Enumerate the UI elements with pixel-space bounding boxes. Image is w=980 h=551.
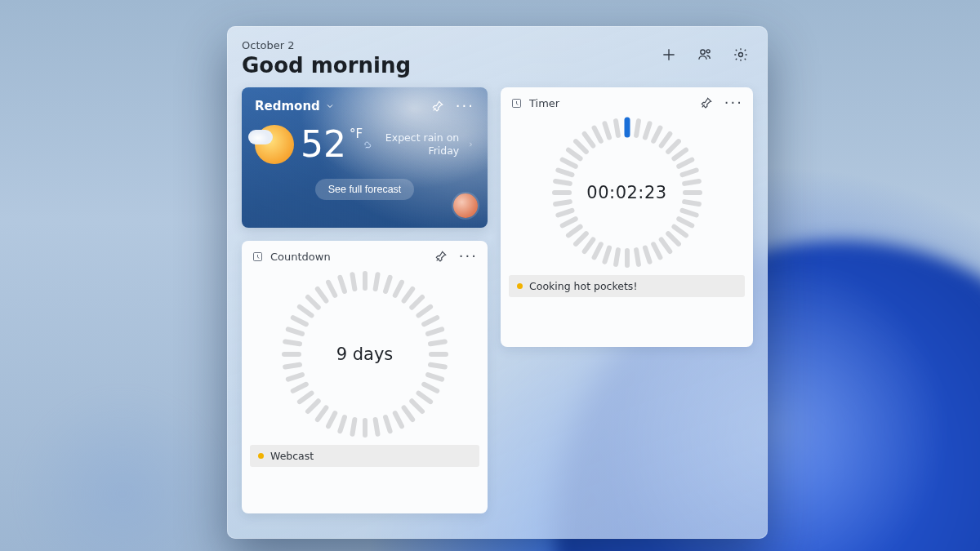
svg-line-60: [668, 233, 679, 244]
weather-temperature: 52: [301, 123, 346, 165]
svg-line-19: [412, 401, 422, 411]
timer-card[interactable]: Timer ··· 00:02:23 Cooking hot pocke: [501, 87, 753, 347]
svg-line-81: [584, 134, 593, 146]
svg-line-51: [674, 150, 686, 159]
countdown-value: 9 days: [336, 344, 394, 364]
settings-button[interactable]: [732, 46, 750, 64]
svg-line-38: [299, 307, 311, 316]
account-button[interactable]: [696, 46, 714, 64]
timer-value: 00:02:23: [586, 183, 666, 202]
svg-line-69: [584, 239, 593, 251]
countdown-title: Countdown: [270, 251, 331, 263]
forecast-hint-text: Expect rain on Friday: [381, 131, 459, 157]
svg-line-32: [287, 375, 301, 380]
chevron-down-icon: [325, 101, 335, 111]
avatar[interactable]: [453, 193, 478, 218]
svg-line-16: [428, 375, 442, 380]
svg-line-25: [352, 420, 354, 434]
svg-line-22: [385, 417, 390, 431]
more-button[interactable]: ···: [456, 99, 474, 113]
svg-line-71: [568, 227, 581, 236]
svg-line-40: [317, 289, 326, 301]
svg-point-0: [701, 50, 705, 54]
svg-line-30: [299, 393, 311, 402]
countdown-banner-text: Webcast: [270, 450, 314, 462]
svg-line-41: [328, 282, 335, 295]
date-line: October 2: [242, 39, 411, 51]
weather-forecast-hint[interactable]: Expect rain on Friday: [363, 131, 474, 157]
timer-banner[interactable]: Cooking hot pockets!: [509, 275, 745, 297]
svg-line-5: [375, 274, 377, 289]
more-button[interactable]: ···: [459, 249, 478, 264]
svg-line-72: [562, 219, 575, 225]
svg-line-9: [412, 297, 422, 308]
status-dot-icon: [258, 453, 264, 459]
gear-icon: [733, 47, 749, 63]
svg-line-63: [644, 248, 649, 262]
svg-line-64: [636, 250, 639, 264]
pin-icon[interactable]: [700, 96, 713, 109]
svg-line-39: [308, 297, 318, 308]
svg-line-28: [317, 408, 326, 420]
svg-line-15: [430, 365, 445, 367]
svg-line-74: [555, 202, 570, 204]
greeting-text: Good morning: [242, 53, 411, 78]
svg-line-73: [558, 211, 572, 216]
chevron-right-icon: [467, 140, 474, 149]
svg-line-17: [424, 384, 437, 391]
svg-line-26: [340, 417, 345, 431]
weather-unit: °F: [350, 127, 363, 141]
svg-line-6: [385, 278, 390, 291]
svg-line-50: [668, 141, 679, 152]
svg-line-59: [674, 227, 686, 236]
people-icon: [697, 47, 713, 63]
widgets-panel: October 2 Good morning: [227, 26, 768, 539]
more-button[interactable]: ···: [724, 96, 743, 110]
timer-banner-text: Cooking hot pockets!: [529, 280, 637, 292]
svg-line-7: [394, 282, 401, 295]
svg-line-57: [682, 211, 696, 216]
svg-line-36: [287, 329, 301, 334]
weather-card[interactable]: Redmond ··· 52°F: [242, 87, 488, 228]
svg-line-70: [576, 233, 586, 244]
svg-line-13: [430, 342, 445, 344]
svg-line-54: [684, 181, 699, 184]
weather-current: 52°F: [255, 125, 363, 164]
clock-app-icon: [510, 97, 523, 109]
svg-line-43: [352, 274, 354, 289]
svg-line-62: [653, 244, 660, 257]
svg-line-27: [328, 413, 335, 426]
svg-line-48: [653, 128, 660, 141]
svg-line-46: [636, 121, 639, 136]
svg-line-18: [418, 393, 430, 402]
svg-line-78: [562, 160, 575, 167]
svg-line-77: [558, 171, 572, 176]
timer-dial: 00:02:23: [550, 115, 705, 270]
countdown-banner[interactable]: Webcast: [250, 445, 479, 467]
svg-line-61: [661, 239, 670, 251]
svg-line-47: [644, 123, 649, 137]
svg-line-84: [616, 121, 618, 136]
add-widget-button[interactable]: [660, 46, 678, 64]
plus-icon: [661, 47, 677, 63]
svg-line-11: [424, 318, 437, 324]
svg-line-35: [285, 342, 300, 344]
svg-line-80: [576, 141, 586, 152]
countdown-dial: 9 days: [279, 269, 451, 440]
svg-line-49: [661, 134, 670, 146]
svg-line-83: [604, 123, 609, 137]
pin-icon[interactable]: [431, 100, 444, 113]
countdown-card[interactable]: Countdown ··· 9 days Webcast: [242, 241, 488, 513]
svg-line-10: [418, 307, 430, 316]
weather-location-selector[interactable]: Redmond: [255, 99, 335, 113]
clock-app-icon: [252, 251, 264, 263]
weather-city: Redmond: [255, 99, 320, 113]
greeting-block: October 2 Good morning: [242, 39, 411, 78]
svg-line-68: [594, 244, 600, 257]
svg-line-56: [684, 202, 699, 204]
see-full-forecast-button[interactable]: See full forecast: [315, 179, 415, 200]
pin-icon[interactable]: [434, 250, 448, 263]
svg-line-33: [285, 365, 300, 367]
svg-line-58: [679, 219, 692, 225]
svg-line-20: [403, 408, 412, 420]
